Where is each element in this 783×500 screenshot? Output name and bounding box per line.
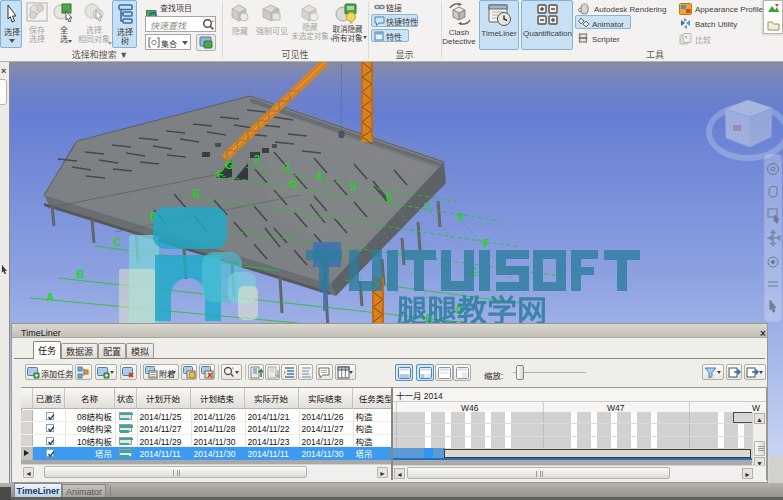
svg-text:A: A xyxy=(46,291,54,303)
svg-text:F: F xyxy=(483,237,490,249)
svg-text:2: 2 xyxy=(254,153,260,165)
svg-text:G: G xyxy=(289,178,298,190)
svg-text:8: 8 xyxy=(457,211,463,223)
svg-text:G: G xyxy=(225,159,234,171)
svg-text:C: C xyxy=(113,236,121,248)
svg-text:B: B xyxy=(76,268,84,280)
svg-text:6: 6 xyxy=(386,191,392,203)
svg-text:E: E xyxy=(193,187,200,199)
svg-text:7: 7 xyxy=(424,201,430,213)
svg-text:4: 4 xyxy=(316,170,323,182)
svg-text:F: F xyxy=(217,168,224,180)
svg-text:3: 3 xyxy=(284,161,290,173)
svg-text:5: 5 xyxy=(350,180,356,192)
